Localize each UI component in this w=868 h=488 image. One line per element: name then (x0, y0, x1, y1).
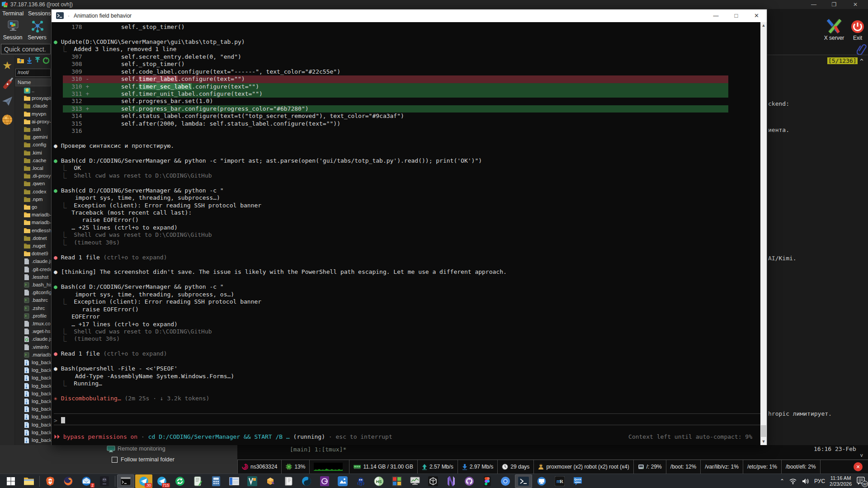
tray-expand-icon[interactable]: ⌃ (780, 478, 784, 484)
diary-app-icon[interactable] (280, 474, 297, 488)
vb-app-icon[interactable] (244, 474, 261, 488)
download-icon[interactable] (26, 57, 33, 64)
scroll-down-arrow-icon[interactable]: ▼ (760, 438, 767, 445)
telegram-flash-icon[interactable]: .30 (135, 474, 152, 488)
calculator-icon[interactable] (208, 474, 225, 488)
file-row[interactable]: .di-proxy (15, 173, 51, 180)
file-row[interactable]: .mariadb_ (15, 352, 51, 359)
exit-icon[interactable] (851, 20, 864, 33)
swirl-app-icon[interactable] (298, 474, 315, 488)
file-row[interactable]: .claude (15, 103, 51, 110)
tab-terminal[interactable]: Terminal (2, 10, 24, 17)
file-row[interactable]: .git-crede (15, 266, 51, 274)
file-row[interactable]: .ssh (15, 126, 51, 134)
notepad-plus-icon[interactable] (189, 474, 207, 488)
session-icon[interactable] (7, 20, 19, 33)
notification-icon[interactable]: 32 (856, 476, 866, 486)
file-row[interactable]: mariadb-c (15, 219, 51, 227)
terminal-close-button[interactable]: ✕ (746, 9, 767, 22)
file-row[interactable]: .config (15, 141, 51, 149)
path-input[interactable]: /root/ (15, 69, 51, 77)
file-row[interactable]: proxyapis (15, 95, 51, 103)
file-row[interactable]: mariadb-i (15, 211, 51, 219)
tab-sessions[interactable]: Sessions (28, 10, 51, 17)
refresh-icon[interactable] (42, 57, 50, 64)
windows-start-icon[interactable] (2, 474, 19, 488)
cube-app-icon[interactable] (425, 474, 442, 488)
file-row[interactable]: .zshrc (15, 305, 51, 313)
language-indicator[interactable]: РУС (814, 478, 825, 484)
file-row[interactable]: .gitconfig (15, 289, 51, 297)
file-row[interactable]: log_backu (15, 375, 51, 382)
file-row[interactable]: .claude.js (15, 336, 51, 343)
moba-close-button[interactable]: ✕ (846, 0, 864, 9)
upload-icon[interactable] (34, 57, 41, 64)
scroll-up-arrow-icon[interactable]: ▲ (760, 22, 767, 29)
tools-knife-icon[interactable] (0, 78, 14, 91)
file-row[interactable]: .qwen (15, 180, 51, 188)
file-row[interactable]: log_backu (15, 359, 51, 367)
frky-app-icon[interactable] (96, 474, 113, 488)
octopus-app-icon[interactable] (352, 474, 369, 488)
command-prompt-icon[interactable] (117, 474, 134, 488)
quick-connect-input[interactable]: Quick connect. (1, 44, 51, 54)
file-row[interactable]: dotnet9 (15, 250, 51, 258)
file-row[interactable]: .local (15, 165, 51, 173)
file-row[interactable]: log_backu (15, 406, 51, 413)
terminal-maximize-button[interactable]: □ (726, 9, 746, 22)
file-row[interactable]: go (15, 204, 51, 211)
chromium-browser-icon[interactable] (497, 474, 514, 488)
moba-maximize-button[interactable]: ❐ (825, 0, 843, 9)
file-row[interactable]: ai-proxy- (15, 118, 51, 126)
file-row[interactable]: log_backu (15, 383, 51, 390)
file-row[interactable]: log_backu (15, 437, 51, 445)
file-row[interactable]: .codex (15, 188, 51, 196)
file-list-header[interactable]: Name (15, 79, 51, 86)
file-row[interactable]: .nuget (15, 243, 51, 250)
file-row[interactable]: log_backu (15, 422, 51, 429)
servers-button[interactable]: Servers (24, 34, 51, 41)
github-desktop-icon[interactable] (461, 474, 478, 488)
terminal-titlebar[interactable]: · Animation field behavior — □ ✕ (52, 9, 767, 22)
speaker-icon[interactable] (802, 478, 810, 484)
follow-terminal-checkbox[interactable] (112, 457, 118, 463)
thunderbird-icon[interactable]: 2 (78, 474, 95, 488)
file-row[interactable]: log_backu (15, 390, 51, 398)
file-row[interactable]: .gemini (15, 134, 51, 141)
file-row[interactable]: log_backu (15, 367, 51, 375)
terminal-content[interactable]: 178 self._stop_timer()● Update(D:\CODING… (52, 22, 761, 445)
file-row[interactable]: log_backu (15, 429, 51, 437)
file-row[interactable]: .dotnet (15, 235, 51, 243)
powershell-icon[interactable] (515, 474, 532, 488)
file-row[interactable]: .tmux.co (15, 320, 51, 328)
figma-icon[interactable] (479, 474, 496, 488)
exit-button[interactable]: Exit (849, 35, 866, 41)
servers-icon[interactable] (32, 20, 43, 33)
x-server-button[interactable]: X server (817, 35, 851, 41)
file-row[interactable]: .viminfo (15, 344, 51, 352)
folder-up-icon[interactable] (17, 57, 24, 64)
file-row[interactable]: .claude.js (15, 258, 51, 266)
sync-app-icon[interactable] (171, 474, 189, 488)
terminal-scrollbar[interactable]: ▲ ▼ (760, 22, 767, 445)
follow-terminal-folder-row[interactable]: Follow terminal folder (112, 456, 175, 464)
favorites-star-icon[interactable]: ★ (0, 59, 14, 72)
remote-monitor-app-icon[interactable] (533, 474, 550, 488)
file-row[interactable]: endlessh (15, 227, 51, 235)
session-button[interactable]: Session (0, 34, 26, 41)
windows-app-icon[interactable] (226, 474, 243, 488)
telegram-icon[interactable]: 715 (153, 474, 170, 488)
globe-icon[interactable] (0, 114, 14, 127)
file-row[interactable]: .bashrc (15, 297, 51, 305)
colored-squares-app-icon[interactable] (388, 474, 406, 488)
file-row[interactable]: .kimi (15, 150, 51, 157)
file-row[interactable]: .lesshst (15, 274, 51, 282)
paper-plane-icon[interactable] (0, 96, 14, 109)
heidisql-icon[interactable]: HS (370, 474, 387, 488)
file-row[interactable]: .npm (15, 196, 51, 204)
file-explorer-icon[interactable] (20, 474, 38, 488)
close-monitoring-icon[interactable]: ✕ (854, 462, 863, 471)
remote-monitoring-row[interactable]: Remote monitoring (118, 446, 165, 453)
wifi-icon[interactable] (789, 478, 797, 484)
paperclip-icon[interactable] (857, 44, 867, 55)
